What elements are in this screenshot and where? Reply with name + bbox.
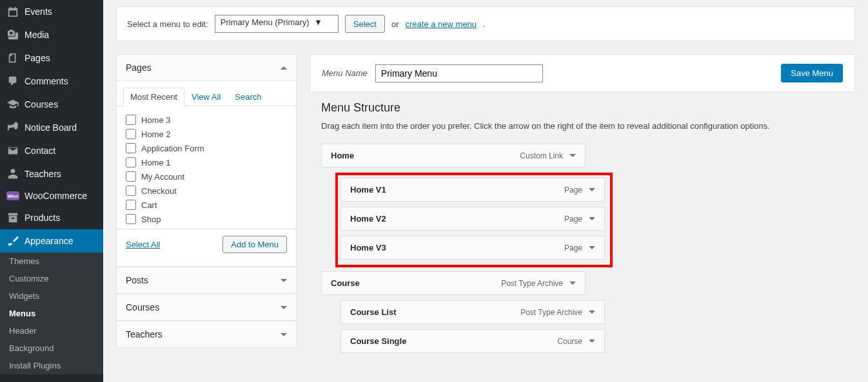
- expand-icon[interactable]: [589, 246, 595, 249]
- sidebar-item-teachers[interactable]: Teachers: [0, 162, 103, 186]
- sidebar-item-noticeboard[interactable]: Notice Board: [0, 116, 103, 139]
- select-button[interactable]: Select: [345, 15, 385, 33]
- pages-accordion: Pages Most Recent View All Search Home 3…: [116, 54, 297, 267]
- page-item: Cart: [126, 198, 287, 212]
- sidebar-label: Pages: [25, 53, 50, 63]
- expand-icon[interactable]: [589, 188, 595, 191]
- menu-item[interactable]: Course Single Course: [340, 329, 605, 353]
- select-all-link[interactable]: Select All: [126, 240, 160, 249]
- sidebar-label: Events: [25, 6, 52, 17]
- pages-accordion-header[interactable]: Pages: [117, 55, 296, 81]
- posts-accordion: Posts: [116, 267, 297, 294]
- menu-item[interactable]: Home V1 Page: [340, 178, 605, 202]
- tab-view-all[interactable]: View All: [184, 88, 228, 106]
- sidebar-subitem-widgets[interactable]: Widgets: [0, 287, 103, 305]
- menu-edit-column: Menu Name Save Menu Menu Structure Drag …: [310, 54, 855, 371]
- page-item: Shop: [126, 212, 287, 226]
- archive-icon: [6, 211, 19, 224]
- menu-item[interactable]: Home V3 Page: [340, 236, 605, 260]
- brush-icon: [6, 234, 19, 247]
- sidebar-subitem-menus[interactable]: Menus: [0, 305, 103, 322]
- sidebar-label: WooCommerce: [25, 191, 87, 201]
- teachers-accordion: Teachers: [116, 321, 297, 348]
- chevron-up-icon: [281, 66, 287, 70]
- media-icon: [6, 28, 19, 41]
- or-text: or: [391, 19, 399, 29]
- nav-tab-spacer: [116, 0, 174, 7]
- teachers-accordion-header[interactable]: Teachers: [117, 321, 296, 347]
- comment-icon: [6, 75, 19, 88]
- chevron-down-icon: [281, 306, 287, 309]
- page-item: My Account: [126, 169, 287, 184]
- page-checkbox[interactable]: [126, 186, 136, 196]
- sidebar-item-products[interactable]: Products: [0, 206, 103, 229]
- sidebar-subitem-themes[interactable]: Themes: [0, 253, 103, 270]
- menu-select-bar: Select a menu to edit: Primary Menu (Pri…: [116, 6, 855, 41]
- user-icon: [6, 167, 19, 180]
- page-checkbox[interactable]: [126, 214, 136, 224]
- page-checkbox[interactable]: [126, 143, 136, 153]
- tab-search[interactable]: Search: [228, 88, 268, 106]
- page-checkbox[interactable]: [126, 200, 136, 210]
- mail-icon: [6, 144, 19, 157]
- page-checkbox[interactable]: [126, 129, 136, 139]
- posts-accordion-header[interactable]: Posts: [117, 267, 296, 293]
- save-menu-button[interactable]: Save Menu: [781, 64, 843, 82]
- page-list[interactable]: Home 3 Home 2 Application Form Home 1 My…: [117, 106, 296, 229]
- expand-icon[interactable]: [569, 282, 576, 285]
- page-icon: [6, 52, 19, 64]
- sidebar-item-courses[interactable]: Courses: [0, 93, 103, 116]
- sidebar-subitem-installplugins[interactable]: Install Plugins: [0, 357, 103, 374]
- menu-name-label: Menu Name: [322, 68, 368, 78]
- tab-most-recent[interactable]: Most Recent: [123, 88, 184, 106]
- sidebar-item-contact[interactable]: Contact: [0, 139, 103, 162]
- menu-settings-bar: Menu Name Save Menu: [310, 54, 855, 92]
- menu-item[interactable]: Course Post Type Archive: [321, 271, 586, 295]
- chevron-down-icon: [281, 333, 287, 336]
- sidebar-item-woocommerce[interactable]: Woo WooCommerce: [0, 186, 103, 206]
- menu-dropdown[interactable]: Primary Menu (Primary) ▼: [215, 15, 339, 33]
- highlight-box: Home V1 Page Home V2 Page Home V3 Page: [335, 173, 613, 267]
- page-item: Home 2: [126, 127, 287, 141]
- menu-item[interactable]: Home Custom Link: [321, 144, 586, 167]
- sidebar-item-events[interactable]: Events: [0, 0, 103, 23]
- sidebar-label: Teachers: [25, 169, 61, 179]
- create-menu-link[interactable]: create a new menu: [406, 19, 477, 29]
- expand-icon[interactable]: [569, 154, 576, 157]
- menu-structure-help: Drag each item into the order you prefer…: [321, 121, 843, 131]
- menu-item[interactable]: Home V2 Page: [340, 207, 605, 231]
- page-item: Home 3: [126, 113, 287, 127]
- menu-item[interactable]: Course List Post Type Archive: [340, 300, 605, 324]
- expand-icon[interactable]: [589, 310, 595, 314]
- sidebar-label: Notice Board: [25, 122, 77, 133]
- main-content: Select a menu to edit: Primary Menu (Pri…: [103, 0, 868, 382]
- sidebar-label: Comments: [25, 76, 68, 86]
- page-item: Home 1: [126, 155, 287, 169]
- sidebar-item-media[interactable]: Media: [0, 23, 103, 46]
- sidebar-subitem-background[interactable]: Background: [0, 339, 103, 357]
- chevron-down-icon: [281, 279, 287, 282]
- calendar-icon: [6, 5, 19, 18]
- select-menu-label: Select a menu to edit:: [127, 19, 208, 29]
- add-to-menu-button[interactable]: Add to Menu: [222, 236, 287, 253]
- page-item: Checkout: [126, 184, 287, 198]
- courses-accordion-header[interactable]: Courses: [117, 294, 296, 320]
- pages-tabs: Most Recent View All Search: [117, 88, 296, 106]
- sidebar-label: Appearance: [25, 236, 74, 246]
- admin-sidebar: Events Media Pages Comments Courses Noti…: [0, 0, 103, 382]
- page-checkbox[interactable]: [126, 171, 136, 182]
- sidebar-label: Media: [25, 30, 49, 40]
- add-items-column: Pages Most Recent View All Search Home 3…: [116, 54, 297, 348]
- expand-icon[interactable]: [589, 217, 595, 220]
- page-checkbox[interactable]: [126, 115, 136, 125]
- sidebar-subitem-header[interactable]: Header: [0, 322, 103, 339]
- sidebar-item-pages[interactable]: Pages: [0, 46, 103, 70]
- courses-accordion: Courses: [116, 294, 297, 321]
- menu-name-input[interactable]: [375, 64, 543, 82]
- sidebar-subitem-customize[interactable]: Customize: [0, 270, 103, 287]
- megaphone-icon: [6, 121, 19, 134]
- expand-icon[interactable]: [589, 339, 595, 343]
- sidebar-item-appearance[interactable]: Appearance: [0, 229, 103, 253]
- page-checkbox[interactable]: [126, 157, 136, 167]
- sidebar-item-comments[interactable]: Comments: [0, 70, 103, 93]
